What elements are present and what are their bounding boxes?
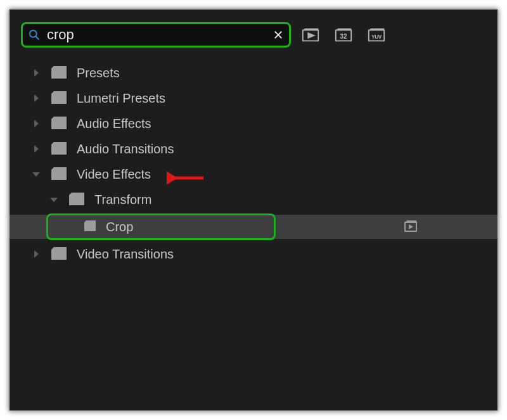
svg-rect-16 <box>51 170 67 180</box>
chevron-right-icon <box>31 68 41 78</box>
tree-item-label: Video Effects <box>77 167 151 182</box>
chevron-down-icon <box>31 169 41 179</box>
folder-icon <box>68 193 86 207</box>
svg-line-1 <box>36 37 39 40</box>
chevron-right-icon <box>31 93 41 103</box>
svg-rect-20 <box>51 250 67 260</box>
clear-icon[interactable] <box>273 29 284 41</box>
tree-item-audio-effects[interactable]: Audio Effects <box>10 111 497 136</box>
chevron-down-icon <box>49 194 59 205</box>
svg-rect-9 <box>51 68 67 79</box>
presets-folder-icon <box>50 91 68 105</box>
tree-item-label: Lumetri Presets <box>77 91 165 106</box>
tree-item-video-effects[interactable]: Video Effects <box>10 162 497 187</box>
tree-item-crop[interactable]: Crop <box>10 215 497 239</box>
tree-item-video-transitions[interactable]: Video Transitions <box>10 241 497 267</box>
svg-rect-15 <box>51 144 67 155</box>
search-box[interactable] <box>21 22 291 48</box>
svg-rect-17 <box>69 195 84 205</box>
tree-item-label: Presets <box>77 66 120 80</box>
tree-item-label: Audio Transitions <box>77 142 174 156</box>
effect-icon <box>83 220 97 234</box>
chevron-right-icon <box>31 144 41 154</box>
svg-point-0 <box>30 30 37 37</box>
tree-item-audio-transitions[interactable]: Audio Transitions <box>10 136 497 162</box>
32-bit-icon[interactable]: 32 32 <box>334 26 353 45</box>
top-row: 32 32 YUV <box>10 10 497 50</box>
tree-item-transform[interactable]: Transform <box>10 187 497 212</box>
svg-rect-14 <box>51 119 67 129</box>
accelerated-badge-icon <box>404 220 418 234</box>
tree-item-label: Video Transitions <box>77 247 174 262</box>
chevron-right-icon <box>31 249 41 259</box>
chevron-right-icon <box>31 118 41 129</box>
tree-item-lumetri-presets[interactable]: Lumetri Presets <box>10 86 497 111</box>
filter-icons: 32 32 YUV <box>301 26 386 45</box>
tree-item-label: Transform <box>94 193 151 207</box>
accelerated-effects-icon[interactable] <box>301 26 320 45</box>
presets-folder-icon <box>50 66 68 80</box>
folder-icon <box>50 247 68 261</box>
folder-icon <box>50 117 68 130</box>
svg-text:32: 32 <box>340 33 347 40</box>
svg-text:YUV: YUV <box>371 34 382 40</box>
yuv-icon[interactable]: YUV <box>367 26 386 45</box>
folder-icon <box>50 142 68 156</box>
effects-tree: Presets Lumetri Presets <box>10 60 497 267</box>
svg-rect-12 <box>51 94 67 104</box>
search-icon <box>28 29 41 41</box>
svg-marker-10 <box>63 66 65 67</box>
tree-item-label: Audio Effects <box>77 117 151 131</box>
effects-panel: 32 32 YUV <box>9 9 498 411</box>
tree-item-label: Crop <box>106 220 133 234</box>
folder-icon <box>50 167 68 181</box>
annotation-highlight-crop <box>46 213 276 240</box>
tree-item-presets[interactable]: Presets <box>10 60 497 86</box>
svg-rect-18 <box>84 222 96 231</box>
search-input[interactable] <box>47 27 273 43</box>
